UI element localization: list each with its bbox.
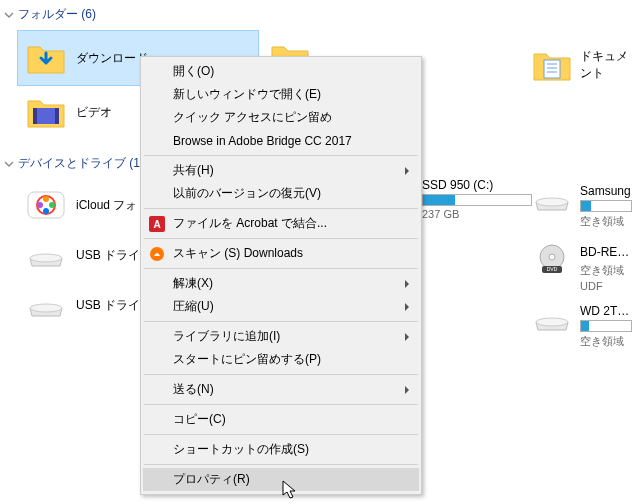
drive-label: WD 2TB H [580, 304, 632, 318]
acrobat-icon: A [149, 216, 165, 232]
menu-open-new-window[interactable]: 新しいウィンドウで開く(E) [143, 83, 419, 106]
menu-separator [144, 238, 418, 239]
drive-subtext: UDF [580, 280, 632, 292]
svg-point-6 [49, 202, 55, 208]
drive-label: SSD 950 (C:) [422, 178, 532, 192]
drive-subtext: 空き領域 [580, 334, 632, 349]
capacity-bar [580, 320, 632, 332]
menu-separator [144, 404, 418, 405]
svg-point-20 [536, 318, 568, 326]
menu-label: ファイルを Acrobat で結合... [173, 215, 327, 232]
drive-label: Samsung [580, 184, 632, 198]
menu-separator [144, 374, 418, 375]
drive-samsung[interactable]: Samsung 空き領域 [532, 176, 632, 236]
menu-share[interactable]: 共有(H) [143, 159, 419, 182]
capacity-fill [581, 201, 591, 211]
menu-label: 圧縮(U) [173, 298, 214, 315]
menu-combine-acrobat[interactable]: A ファイルを Acrobat で結合... [143, 212, 419, 235]
menu-create-shortcut[interactable]: ショートカットの作成(S) [143, 438, 419, 461]
folder-documents[interactable]: ドキュメント [532, 40, 632, 100]
menu-restore-previous[interactable]: 以前のバージョンの復元(V) [143, 182, 419, 205]
drive-wd[interactable]: WD 2TB H 空き領域 [532, 296, 632, 356]
menu-pin-quick-access[interactable]: クイック アクセスにピン留め [143, 106, 419, 129]
svg-point-5 [43, 196, 49, 202]
svg-text:DVD: DVD [547, 266, 558, 272]
menu-browse-bridge[interactable]: Browse in Adobe Bridge CC 2017 [143, 129, 419, 152]
documents-folder-icon [532, 48, 572, 82]
menu-label: コピー(C) [173, 411, 226, 428]
section-header-folders[interactable]: フォルダー (6) [0, 0, 632, 27]
submenu-arrow-icon [403, 280, 411, 288]
submenu-arrow-icon [403, 386, 411, 394]
menu-label: Browse in Adobe Bridge CC 2017 [173, 134, 352, 148]
menu-separator [144, 155, 418, 156]
menu-copy[interactable]: コピー(C) [143, 408, 419, 431]
submenu-arrow-icon [403, 303, 411, 311]
menu-label: 解凍(X) [173, 275, 213, 292]
right-drives-column: ドキュメント Samsung 空き領域 DVD BD-RE ドラ 空き領域 UD… [532, 40, 632, 356]
menu-label: 共有(H) [173, 162, 214, 179]
svg-point-10 [30, 304, 62, 312]
menu-separator [144, 208, 418, 209]
svg-point-17 [549, 254, 555, 260]
svg-rect-1 [33, 108, 37, 124]
menu-label: ライブラリに追加(I) [173, 328, 280, 345]
menu-label: クイック アクセスにピン留め [173, 109, 332, 126]
menu-label: スキャン (S) Downloads [173, 245, 303, 262]
dvd-drive-icon: DVD [532, 244, 572, 274]
menu-label: 開く(O) [173, 63, 214, 80]
chevron-down-icon [4, 10, 14, 20]
capacity-bar [422, 194, 532, 206]
folder-label: ダウンロード [76, 50, 148, 67]
svg-point-15 [536, 198, 568, 206]
cursor-icon [282, 480, 298, 500]
menu-compress[interactable]: 圧縮(U) [143, 295, 419, 318]
capacity-bar [580, 200, 632, 212]
menu-label: スタートにピン留めする(P) [173, 351, 321, 368]
drive-generic-icon [26, 290, 66, 320]
svg-point-9 [30, 254, 62, 262]
menu-separator [144, 268, 418, 269]
drive-subtext: 空き領域 [580, 214, 632, 229]
svg-point-8 [37, 202, 43, 208]
avast-icon [149, 246, 165, 262]
submenu-arrow-icon [403, 167, 411, 175]
menu-properties[interactable]: プロパティ(R) [143, 468, 419, 491]
videos-folder-icon [26, 95, 66, 129]
drive-bdre[interactable]: DVD BD-RE ドラ 空き領域 UDF [532, 236, 632, 296]
icloud-photos-icon [26, 190, 66, 220]
chevron-down-icon [4, 159, 14, 169]
drive-ssd-c[interactable]: SSD 950 (C:) 237 GB [422, 178, 532, 220]
menu-scan[interactable]: スキャン (S) Downloads [143, 242, 419, 265]
menu-add-library[interactable]: ライブラリに追加(I) [143, 325, 419, 348]
svg-rect-2 [55, 108, 59, 124]
menu-separator [144, 434, 418, 435]
capacity-text: 237 GB [422, 208, 532, 220]
drive-label: iCloud フォト [76, 197, 149, 214]
drive-subtext: 空き領域 [580, 263, 632, 278]
menu-label: プロパティ(R) [173, 471, 250, 488]
menu-extract[interactable]: 解凍(X) [143, 272, 419, 295]
drive-generic-icon [532, 304, 572, 334]
submenu-arrow-icon [403, 333, 411, 341]
folder-label: ビデオ [76, 104, 112, 121]
menu-label: ショートカットの作成(S) [173, 441, 309, 458]
capacity-fill [423, 195, 455, 205]
downloads-folder-icon [26, 41, 66, 75]
menu-label: 新しいウィンドウで開く(E) [173, 86, 321, 103]
drive-generic-icon [26, 240, 66, 270]
context-menu: 開く(O) 新しいウィンドウで開く(E) クイック アクセスにピン留め Brow… [140, 56, 422, 495]
drive-label: BD-RE ドラ [580, 244, 632, 261]
menu-label: 送る(N) [173, 381, 214, 398]
menu-label: 以前のバージョンの復元(V) [173, 185, 321, 202]
menu-separator [144, 321, 418, 322]
menu-pin-start[interactable]: スタートにピン留めする(P) [143, 348, 419, 371]
drive-generic-icon [532, 184, 572, 214]
section-title: デバイスとドライブ (1 [18, 155, 140, 172]
menu-open[interactable]: 開く(O) [143, 60, 419, 83]
capacity-fill [581, 321, 589, 331]
folder-label: ドキュメント [580, 48, 632, 82]
svg-rect-11 [544, 60, 560, 78]
menu-send-to[interactable]: 送る(N) [143, 378, 419, 401]
svg-text:A: A [153, 219, 160, 230]
